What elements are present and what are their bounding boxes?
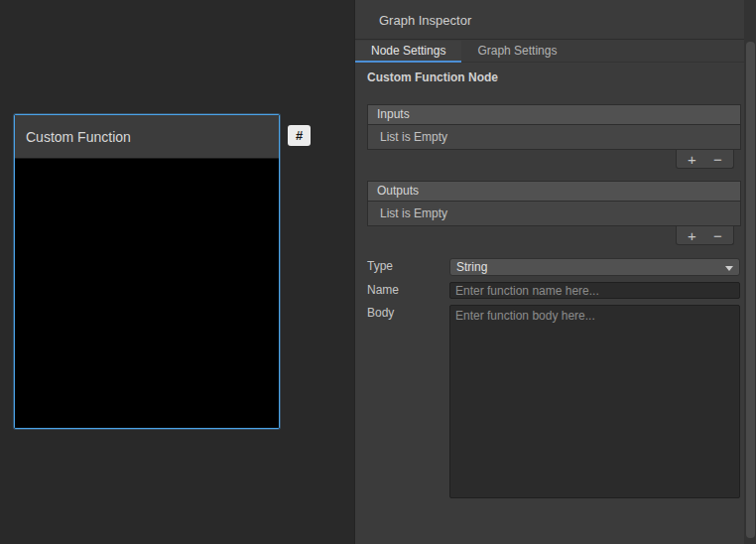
name-field-label: Name <box>367 283 399 297</box>
chevron-down-icon <box>725 266 733 271</box>
inputs-remove-button[interactable]: − <box>705 151 731 168</box>
custom-function-node[interactable]: Custom Function <box>14 114 280 429</box>
screen: { "colors": { "accent_blue": "#4c8fd6", … <box>0 0 756 544</box>
node-header[interactable]: Custom Function <box>15 115 279 159</box>
function-body-textarea[interactable] <box>449 305 740 498</box>
hash-badge[interactable]: # <box>288 125 311 146</box>
function-name-input[interactable] <box>449 282 740 299</box>
inputs-list-empty-row: List is Empty <box>367 124 741 150</box>
node-preview-area <box>15 160 279 428</box>
body-field-label: Body <box>367 306 394 320</box>
inspector-tabbar: Node Settings Graph Settings <box>355 41 756 63</box>
graph-canvas[interactable]: Custom Function # <box>0 0 354 544</box>
outputs-list-footer: + − <box>676 226 734 245</box>
outputs-list-header: Outputs <box>367 181 741 201</box>
outputs-list-empty-row: List is Empty <box>367 201 741 226</box>
type-dropdown-value: String <box>456 260 487 274</box>
outputs-add-button[interactable]: + <box>680 227 705 244</box>
outputs-remove-button[interactable]: − <box>705 227 731 244</box>
inspector-scrollbar[interactable] <box>744 0 756 544</box>
inputs-list-header: Inputs <box>367 104 741 124</box>
graph-inspector-panel: Graph Inspector Node Settings Graph Sett… <box>354 0 756 544</box>
type-dropdown[interactable]: String <box>449 258 740 276</box>
panel-title: Graph Inspector <box>379 13 471 28</box>
node-settings-heading: Custom Function Node <box>367 70 498 84</box>
node-title: Custom Function <box>26 129 131 145</box>
scrollbar-thumb[interactable] <box>746 42 755 538</box>
tab-node-settings[interactable]: Node Settings <box>355 41 461 63</box>
type-field-label: Type <box>367 259 393 273</box>
tab-graph-settings[interactable]: Graph Settings <box>461 41 572 63</box>
inputs-list-footer: + − <box>676 150 734 169</box>
inspector-titlebar: Graph Inspector <box>355 0 756 40</box>
inputs-add-button[interactable]: + <box>680 151 705 168</box>
